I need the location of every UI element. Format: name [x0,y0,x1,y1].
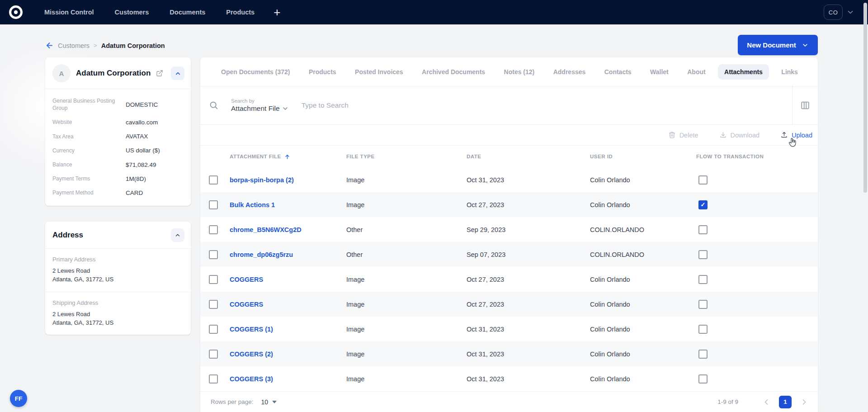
delete-button[interactable]: Delete [668,131,698,139]
customer-tabs: Open Documents (372) Products Posted Inv… [200,57,818,86]
search-by-label: Search by [231,98,289,104]
chevron-down-icon [802,42,809,49]
flow-to-transaction-checkbox[interactable] [698,350,708,359]
rows-per-page-select[interactable]: 10 [261,398,277,406]
flow-to-transaction-checkbox[interactable] [698,275,708,284]
row-select-checkbox[interactable] [209,275,218,284]
table-row: COGGERS Image Oct 27, 2023 Colin Orlando [200,267,818,292]
row-select-checkbox[interactable] [209,175,218,185]
columns-icon [800,100,810,110]
chevron-up-icon [175,70,181,77]
flow-to-transaction-checkbox[interactable] [698,225,708,234]
external-link-icon[interactable] [156,70,163,77]
download-button[interactable]: Download [719,131,760,139]
tab-about[interactable]: About [681,64,712,80]
column-label: FILE TYPE [346,154,375,159]
nav-item-products[interactable]: Products [226,9,255,16]
page-prev-button[interactable] [760,396,773,408]
row-select-checkbox[interactable] [209,325,218,334]
table-actions: Delete Download Upload [200,125,818,146]
tab-wallet[interactable]: Wallet [644,64,675,80]
customer-summary-card: A Adatum Corporation General Business Po… [45,57,191,206]
row-select-checkbox[interactable] [209,250,218,259]
tab-links[interactable]: Links [775,64,804,80]
page-1-button[interactable]: 1 [779,396,792,408]
attachment-file-link[interactable]: COGGERS (1) [230,326,273,333]
primary-address-section: Primary Address 2 Lewes Road Atlanta, GA… [45,249,191,292]
nav-item-customers[interactable]: Customers [115,9,149,16]
attachment-file-link[interactable]: borpa-spin-borpa (2) [230,176,294,184]
address-line2: Atlanta, GA, 31772, US [52,275,184,284]
collapse-customer-card-button[interactable] [171,66,184,80]
field-currency: Currency US dollar ($) [52,147,184,154]
field-label: Currency [52,147,119,154]
attachment-file-link[interactable]: COGGERS (3) [230,375,273,383]
collapse-address-card-button[interactable] [171,228,184,242]
attachment-file-link[interactable]: chrome_B5N6WXCg2D [230,226,302,233]
add-new-icon[interactable]: + [274,6,280,18]
date-cell: Oct 27, 2023 [463,301,587,308]
row-select-checkbox[interactable] [209,225,218,234]
tab-archived-documents[interactable]: Archived Documents [415,64,491,80]
attachment-file-link[interactable]: COGGERS (2) [230,350,273,358]
column-file-type[interactable]: FILE TYPE [343,154,463,159]
flow-to-transaction-checkbox[interactable] [698,175,708,185]
attachment-file-link[interactable]: COGGERS [230,276,263,283]
field-label: Payment Terms [52,175,119,182]
nav-item-mission-control[interactable]: Mission Control [44,9,94,16]
tab-addresses[interactable]: Addresses [547,64,592,80]
address-label: Primary Address [52,256,184,263]
download-icon [719,131,727,139]
page-next-button[interactable] [798,396,811,408]
user-avatar[interactable]: FF [10,390,27,407]
chevron-right-icon [800,398,809,407]
tab-contacts[interactable]: Contacts [598,64,638,80]
date-cell: Sep 29, 2023 [463,226,587,233]
table-row: COGGERS (3) Image Oct 31, 2023 Colin Orl… [200,366,818,391]
tab-products[interactable]: Products [302,64,343,80]
column-user-id[interactable]: USER ID [587,154,693,159]
address-line2: Atlanta, GA, 31772, US [52,319,184,327]
upload-button[interactable]: Upload [780,131,812,139]
chevron-up-icon [175,232,181,238]
attachment-file-link[interactable]: Bulk Actions 1 [230,201,275,208]
flow-to-transaction-checkbox[interactable] [698,250,708,259]
field-balance: Balance $71,082.49 [52,161,184,168]
new-document-button[interactable]: New Document [738,35,818,55]
user-id-cell: Colin Orlando [587,276,693,283]
field-label: Tax Area [52,133,119,140]
attachment-file-link[interactable]: COGGERS [230,301,263,308]
customer-avatar: A [52,64,71,82]
row-select-checkbox[interactable] [209,374,218,384]
search-input[interactable] [302,96,792,114]
back-arrow-icon[interactable] [45,41,54,50]
row-select-checkbox[interactable] [209,300,218,309]
chevron-down-icon[interactable] [846,8,854,16]
flow-to-transaction-checkbox[interactable] [698,325,708,334]
vertical-scrollbar[interactable] [863,3,867,193]
attachment-file-link[interactable]: chrome_dp06zg5rzu [230,251,293,258]
column-flow-to-transaction[interactable]: FLOW TO TRANSACTION [693,154,818,159]
breadcrumb-separator: > [94,42,97,49]
column-date[interactable]: DATE [463,154,587,159]
row-select-checkbox[interactable] [209,200,218,209]
flow-to-transaction-checkbox[interactable] [698,200,708,209]
tab-notes[interactable]: Notes (12) [498,64,541,80]
row-select-checkbox[interactable] [209,350,218,359]
user-initials-badge[interactable]: CO [824,5,843,20]
nav-item-documents[interactable]: Documents [170,9,205,16]
column-settings-button[interactable] [798,99,812,112]
flow-to-transaction-checkbox[interactable] [698,374,708,384]
tab-attachments[interactable]: Attachments [718,64,769,80]
tab-open-documents[interactable]: Open Documents (372) [215,64,296,80]
address-label: Shipping Address [52,299,184,306]
file-type-cell: Other [343,226,463,233]
column-label: ATTACHMENT FILE [230,154,281,159]
rows-per-page-value: 10 [261,398,269,406]
tab-posted-invoices[interactable]: Posted Invoices [349,64,410,80]
app-logo-icon[interactable] [8,5,24,20]
search-filter-dropdown[interactable]: Search by Attachment File [231,98,289,113]
flow-to-transaction-checkbox[interactable] [698,300,708,309]
breadcrumb-customers[interactable]: Customers [58,42,90,49]
column-attachment-file[interactable]: ATTACHMENT FILE [226,153,343,160]
